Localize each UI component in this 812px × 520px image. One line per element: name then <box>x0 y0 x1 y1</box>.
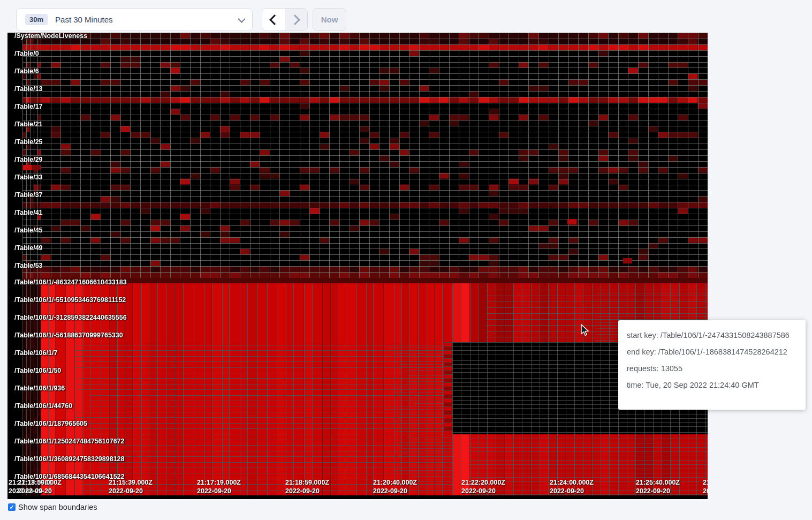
heatmap-canvas[interactable] <box>7 33 708 499</box>
chevron-right-icon <box>290 14 300 25</box>
tooltip-end-key: end key: /Table/106/1/-18683814745282642… <box>627 348 806 356</box>
span-tooltip: start key: /Table/106/1/-247433150824388… <box>618 320 806 410</box>
time-nav-group <box>262 8 308 31</box>
timeframe-badge: 30m <box>25 14 48 25</box>
next-timeframe-button[interactable] <box>285 9 308 31</box>
chevron-down-icon <box>238 15 245 22</box>
chevron-left-icon <box>269 14 280 25</box>
timeframe-label: Past 30 Minutes <box>55 15 113 24</box>
key-visualizer-heatmap[interactable]: /System/NodeLiveness/Table/0/Table/6/Tab… <box>7 33 708 499</box>
span-boundaries-checkbox[interactable]: ✓ <box>8 503 16 511</box>
prev-timeframe-button[interactable] <box>262 9 285 31</box>
tooltip-requests: requests: 13055 <box>627 364 806 373</box>
span-boundaries-label[interactable]: Show span boundaries <box>18 503 97 511</box>
timeframe-dropdown[interactable]: 30m Past 30 Minutes <box>16 8 253 31</box>
tooltip-time: time: Tue, 20 Sep 2022 21:24:40 GMT <box>627 381 806 389</box>
tooltip-start-key: start key: /Table/106/1/-247433150824388… <box>627 331 806 340</box>
footer: ✓ Show span boundaries <box>8 503 97 511</box>
now-button[interactable]: Now <box>313 8 346 31</box>
